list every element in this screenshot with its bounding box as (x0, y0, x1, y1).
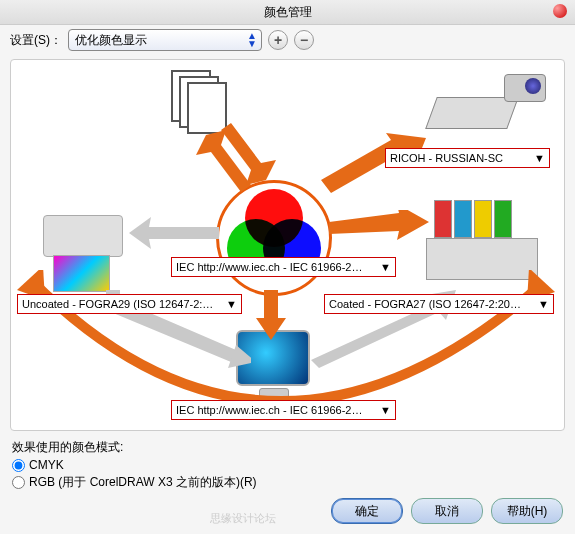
cancel-button[interactable]: 取消 (411, 498, 483, 524)
cmyk-label: CMYK (29, 458, 64, 472)
preset-dropdown[interactable]: 优化颜色显示 ▲▼ (68, 29, 262, 51)
ok-button[interactable]: 确定 (331, 498, 403, 524)
chevron-down-icon: ▼ (226, 298, 237, 310)
svg-marker-1 (221, 123, 276, 185)
help-button[interactable]: 帮助(H) (491, 498, 563, 524)
rgb-label: RGB (用于 CorelDRAW X3 之前的版本)(R) (29, 474, 257, 491)
rgb-radio[interactable] (12, 476, 25, 489)
cmyk-radio[interactable] (12, 459, 25, 472)
arrow-engine-to-printer-icon (129, 215, 219, 255)
settings-label: 设置(S)： (10, 32, 62, 49)
chevron-down-icon: ▼ (380, 261, 391, 273)
rgb-profile-dropdown[interactable]: IEC http://www.iec.ch - IEC 61966-2… ▼ (171, 257, 396, 277)
monitor-profile-value: IEC http://www.iec.ch - IEC 61966-2… (176, 404, 362, 416)
scanner-profile-dropdown[interactable]: RICOH - RUSSIAN-SC ▼ (385, 148, 550, 168)
printer-profile-dropdown[interactable]: Uncoated - FOGRA29 (ISO 12647-2:… ▼ (17, 294, 242, 314)
monitor-profile-dropdown[interactable]: IEC http://www.iec.ch - IEC 61966-2… ▼ (171, 400, 396, 420)
chevron-down-icon: ▼ (380, 404, 391, 416)
remove-preset-button[interactable]: − (294, 30, 314, 50)
dialog-buttons: 确定 取消 帮助(H) (331, 498, 563, 524)
svg-marker-3 (329, 210, 429, 240)
chevron-updown-icon: ▲▼ (247, 32, 257, 48)
rgb-radio-row[interactable]: RGB (用于 CorelDRAW X3 之前的版本)(R) (12, 474, 563, 491)
watermark-text: 思缘设计论坛 (210, 511, 276, 526)
scanner-camera-icon (431, 74, 546, 129)
press-icon (426, 200, 546, 280)
svg-marker-5 (129, 217, 219, 249)
scanner-profile-value: RICOH - RUSSIAN-SC (390, 152, 503, 164)
press-profile-dropdown[interactable]: Coated - FOGRA27 (ISO 12647-2:20… ▼ (324, 294, 554, 314)
cmyk-radio-row[interactable]: CMYK (12, 458, 563, 472)
color-flow-panel: RICOH - RUSSIAN-SC ▼ IEC http://www.iec.… (10, 59, 565, 431)
arrow-engine-to-doc-icon (216, 120, 276, 190)
settings-toolbar: 设置(S)： 优化颜色显示 ▲▼ + − (0, 25, 575, 55)
effects-heading: 效果使用的颜色模式: (12, 439, 563, 456)
minus-icon: − (300, 33, 308, 47)
plus-icon: + (274, 33, 282, 47)
arrow-engine-to-press-icon (329, 210, 429, 250)
preset-value: 优化颜色显示 (75, 32, 147, 49)
rgb-profile-value: IEC http://www.iec.ch - IEC 61966-2… (176, 261, 362, 273)
window-title: 颜色管理 (264, 4, 312, 21)
chevron-down-icon: ▼ (538, 298, 549, 310)
press-profile-value: Coated - FOGRA27 (ISO 12647-2:20… (329, 298, 521, 310)
effects-color-mode-group: 效果使用的颜色模式: CMYK RGB (用于 CorelDRAW X3 之前的… (12, 439, 563, 491)
chevron-down-icon: ▼ (534, 152, 545, 164)
titlebar: 颜色管理 (0, 0, 575, 25)
add-preset-button[interactable]: + (268, 30, 288, 50)
printer-profile-value: Uncoated - FOGRA29 (ISO 12647-2:… (22, 298, 213, 310)
close-icon[interactable] (553, 4, 567, 18)
